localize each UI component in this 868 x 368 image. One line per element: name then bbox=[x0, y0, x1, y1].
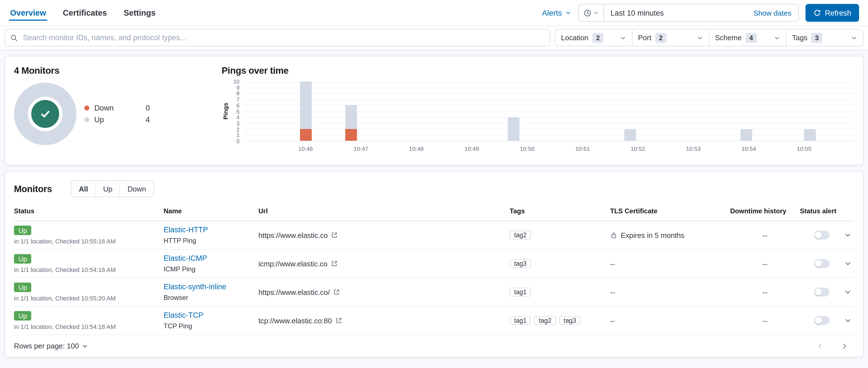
tags-cell: tag2 bbox=[509, 231, 610, 240]
search-input[interactable] bbox=[4, 29, 550, 47]
status-alert-toggle[interactable] bbox=[814, 316, 830, 325]
monitors-table: StatusNameUrlTagsTLS CertificateDowntime… bbox=[14, 205, 854, 335]
chart-bar bbox=[345, 105, 357, 141]
chevron-down-icon bbox=[696, 34, 703, 41]
monitor-name-link[interactable]: Elastic-HTTP bbox=[163, 225, 208, 234]
y-tick-label: 6 bbox=[237, 102, 240, 109]
monitor-url-link[interactable]: icmp://www.elastic.co bbox=[258, 259, 328, 268]
expand-cell bbox=[843, 288, 854, 296]
tls-status: Expires in 5 months bbox=[621, 231, 684, 239]
status-alert-cell bbox=[800, 316, 843, 325]
status-alert-toggle[interactable] bbox=[814, 287, 830, 297]
monitor-url-link[interactable]: tcp://www.elastic.co:80 bbox=[258, 316, 332, 325]
x-tick-label: 10:55 bbox=[797, 145, 812, 152]
name-cell: Elastic-ICMPICMP Ping bbox=[163, 254, 258, 273]
topbar-controls: Alerts Last 10 minutes Show dates Refres… bbox=[542, 4, 859, 22]
time-range-button[interactable]: Last 10 minutes Show dates bbox=[604, 4, 798, 21]
pings-over-time-chart: Pings 012345678910 10:4610:4710:4810:491… bbox=[222, 82, 854, 154]
x-axis-ticks: 10:4610:4710:4810:4910:5010:5110:5210:53… bbox=[244, 141, 854, 154]
status-cell: Upin 1/1 location, Checked 10:55:16 AM bbox=[14, 225, 163, 245]
search-field bbox=[4, 29, 550, 47]
status-detail: in 1/1 location, Checked 10:55:20 AM bbox=[14, 295, 163, 302]
tag-badge[interactable]: tag2 bbox=[509, 231, 531, 240]
bar-up-segment bbox=[300, 82, 312, 129]
gridline bbox=[244, 111, 854, 112]
monitor-url-link[interactable]: https://www.elastic.co/ bbox=[258, 288, 330, 296]
status-alert-cell bbox=[800, 231, 843, 240]
status-cell: Upin 1/1 location, Checked 10:55:20 AM bbox=[14, 282, 163, 302]
view-down-button[interactable]: Down bbox=[120, 181, 154, 196]
refresh-button[interactable]: Refresh bbox=[805, 4, 859, 22]
chevron-down-icon bbox=[774, 34, 780, 41]
bar-up-segment bbox=[345, 105, 357, 129]
column-header-url: Url bbox=[258, 207, 509, 215]
monitor-name-link[interactable]: Elastic-ICMP bbox=[163, 254, 207, 263]
view-all-button[interactable]: All bbox=[71, 181, 96, 196]
monitor-name-link[interactable]: Elastic-synth-inline bbox=[163, 282, 226, 291]
tab-overview[interactable]: Overview bbox=[9, 0, 47, 26]
pings-chart-title: Pings over time bbox=[222, 65, 854, 76]
y-tick-label: 8 bbox=[237, 90, 240, 97]
tls-cell: Expires in 5 months bbox=[610, 231, 730, 239]
tag-badge[interactable]: tag3 bbox=[509, 259, 531, 268]
gridline bbox=[244, 117, 854, 118]
tab-certificates[interactable]: Certificates bbox=[62, 0, 108, 26]
expand-row-button[interactable] bbox=[844, 317, 852, 325]
y-axis-label: Pings bbox=[222, 82, 229, 141]
top-navigation: OverviewCertificatesSettings Alerts Last… bbox=[0, 0, 868, 26]
chevron-left-icon bbox=[816, 342, 824, 350]
rows-per-page-button[interactable]: Rows per page: 100 bbox=[14, 342, 89, 350]
x-tick-label: 10:52 bbox=[630, 145, 645, 152]
view-up-button[interactable]: Up bbox=[96, 181, 120, 196]
status-alert-toggle[interactable] bbox=[814, 231, 830, 240]
monitor-name-link[interactable]: Elastic-TCP bbox=[163, 311, 204, 319]
show-dates-link[interactable]: Show dates bbox=[753, 9, 792, 17]
tag-badge[interactable]: tag1 bbox=[509, 316, 531, 325]
y-tick-label: 0 bbox=[237, 138, 240, 144]
tags-cell: tag1 bbox=[509, 287, 610, 297]
filter-port[interactable]: Port2 bbox=[632, 29, 710, 47]
table-header: StatusNameUrlTagsTLS CertificateDowntime… bbox=[14, 205, 854, 221]
status-badge: Up bbox=[14, 282, 32, 292]
monitor-url-link[interactable]: https://www.elastic.co bbox=[258, 231, 328, 239]
gridline bbox=[244, 135, 854, 135]
x-tick-label: 10:48 bbox=[409, 145, 424, 152]
y-tick-label: 3 bbox=[237, 120, 240, 126]
expand-row-button[interactable] bbox=[844, 231, 852, 239]
filter-scheme[interactable]: Scheme4 bbox=[709, 29, 786, 47]
status-detail: in 1/1 location, Checked 10:55:16 AM bbox=[14, 238, 163, 245]
date-picker: Last 10 minutes Show dates bbox=[578, 4, 799, 22]
filter-tags[interactable]: Tags3 bbox=[786, 29, 864, 47]
donut-hole bbox=[28, 97, 63, 131]
tag-badge[interactable]: tag1 bbox=[509, 287, 531, 297]
status-alert-cell bbox=[800, 259, 843, 268]
status-filter-group: AllUpDown bbox=[71, 180, 154, 197]
status-alert-toggle[interactable] bbox=[814, 259, 830, 268]
y-tick-label: 10 bbox=[233, 79, 240, 85]
bar-up-segment bbox=[804, 129, 816, 141]
downtime-history-value: -- bbox=[763, 231, 767, 239]
legend-label: Down bbox=[94, 104, 141, 112]
time-quick-select-button[interactable] bbox=[579, 4, 604, 21]
expand-row-button[interactable] bbox=[844, 260, 852, 268]
chart-bar bbox=[624, 129, 636, 141]
bar-down-segment bbox=[345, 129, 357, 141]
filter-count-badge: 4 bbox=[745, 33, 757, 43]
downtime-history-value: -- bbox=[763, 259, 767, 268]
x-tick-label: 10:54 bbox=[741, 145, 756, 152]
tab-settings[interactable]: Settings bbox=[123, 0, 157, 26]
tag-badge[interactable]: tag3 bbox=[559, 316, 581, 325]
external-link-icon bbox=[333, 289, 340, 296]
tag-badge[interactable]: tag2 bbox=[534, 316, 556, 325]
previous-page-button[interactable] bbox=[816, 342, 824, 350]
table-row: Upin 1/1 location, Checked 10:55:20 AMEl… bbox=[14, 278, 854, 307]
expand-row-button[interactable] bbox=[844, 288, 852, 296]
tags-cell: tag3 bbox=[509, 259, 610, 268]
x-tick-label: 10:47 bbox=[353, 145, 368, 152]
alerts-dropdown[interactable]: Alerts bbox=[542, 8, 571, 17]
next-page-button[interactable] bbox=[841, 342, 848, 350]
x-tick-label: 10:49 bbox=[464, 145, 479, 152]
refresh-icon bbox=[813, 9, 821, 17]
filter-location[interactable]: Location2 bbox=[555, 29, 632, 47]
gridline bbox=[244, 105, 854, 106]
